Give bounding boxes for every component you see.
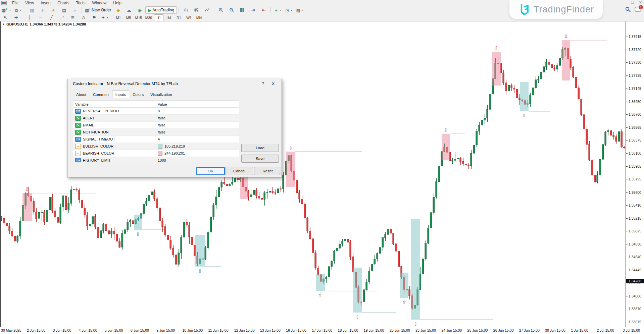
reset-button[interactable]: Reset	[254, 167, 281, 175]
horizontal-line-icon[interactable]: ─	[36, 14, 46, 21]
search-icon[interactable]	[625, 7, 631, 12]
minimize-button[interactable]: –	[624, 0, 626, 5]
input-row-notification[interactable]: ∿NOTIFICATIONfalse	[73, 129, 239, 136]
auto-scroll-icon[interactable]: ⇥	[248, 6, 258, 14]
input-value[interactable]: false	[158, 123, 165, 127]
terminal-icon[interactable]: ▤	[59, 6, 69, 14]
input-row-reversal_period[interactable]: 123REVERSAL_PERIOD8	[73, 108, 239, 115]
candle-body	[81, 200, 83, 208]
ohlc-values: 1.34366 1.34373 1.34284 1.34288	[30, 22, 86, 26]
load-button[interactable]: Load	[241, 144, 279, 152]
input-row-bullish_color[interactable]: ▬BULLISH_COLOR185,219,219	[73, 143, 239, 150]
market-watch-icon[interactable]: ▥	[27, 6, 37, 14]
tab-colors[interactable]: Colors	[129, 91, 147, 98]
time-tick-label: 18 Jun 15:00	[338, 328, 358, 332]
price-axis[interactable]: 1.379151.377201.375301.373351.371451.369…	[626, 21, 644, 327]
candle-body	[436, 182, 437, 197]
input-value[interactable]: 4	[158, 137, 160, 141]
symbol-ohlc-readout[interactable]: ▼ GBPUSD,H1 1.34366 1.34373 1.34284 1.34…	[2, 22, 86, 26]
zoom-in-icon[interactable]	[216, 6, 226, 14]
periods-icon[interactable]: ◷▼	[284, 6, 294, 14]
chat-icon[interactable]: 1	[635, 7, 641, 12]
candle-body	[428, 228, 429, 243]
tab-about[interactable]: About	[73, 91, 90, 98]
equidistant-channel-icon[interactable]: ⋰	[57, 14, 67, 21]
timeframe-d1[interactable]: D1	[174, 14, 184, 21]
candle-body	[258, 196, 260, 198]
line-chart-icon[interactable]	[202, 6, 212, 14]
label-icon[interactable]: ⚑	[89, 14, 99, 21]
timeframe-m30[interactable]: M30	[144, 14, 153, 21]
fibonacci-icon[interactable]: ≣	[68, 14, 78, 21]
new-order-button[interactable]: ▦+New Order	[84, 6, 112, 14]
timeframe-h1[interactable]: H1	[154, 14, 163, 21]
strategy-tester-icon[interactable]: ⌕	[70, 6, 80, 14]
zoom-out-icon[interactable]	[227, 6, 237, 14]
trendline-icon[interactable]: ╱	[46, 14, 56, 21]
menu-insert[interactable]: Insert	[37, 0, 54, 6]
input-value[interactable]: false	[158, 130, 165, 134]
bullish-zone	[520, 82, 529, 111]
tab-inputs[interactable]: Inputs	[112, 91, 129, 98]
timeframe-m1[interactable]: M1	[114, 14, 123, 21]
input-row-alert[interactable]: ∿ALERTfalse	[73, 115, 239, 122]
timeframe-w1[interactable]: W1	[184, 14, 194, 21]
cancel-button[interactable]: Cancel	[226, 167, 253, 175]
navigator-icon[interactable]: ★	[48, 6, 58, 14]
timeframe-m15[interactable]: M15	[134, 14, 143, 21]
input-value[interactable]: 8	[158, 109, 160, 113]
tab-common[interactable]: Common	[90, 91, 112, 98]
cursor-icon[interactable]: ↖	[0, 14, 10, 21]
input-row-history_limit[interactable]: 123HISTORY_LIMIT1000	[73, 157, 239, 162]
menu-tools[interactable]: Tools	[73, 0, 89, 6]
menu-view[interactable]: View	[22, 0, 37, 6]
input-value[interactable]: 1000	[158, 158, 166, 162]
text-icon[interactable]: A	[79, 14, 89, 21]
tile-windows-icon[interactable]	[237, 6, 247, 14]
templates-icon[interactable]: ▧▼	[295, 6, 305, 14]
dialog-close-icon[interactable]: ✕	[268, 81, 278, 86]
chart-shift-icon[interactable]: ⇤	[259, 6, 269, 14]
menu-help[interactable]: Help	[110, 0, 125, 6]
candle-body	[191, 237, 193, 245]
vertical-line-icon[interactable]: │	[25, 14, 35, 21]
tab-visualization[interactable]: Visualization	[147, 91, 175, 98]
dialog-resize-grip[interactable]: ⁘	[278, 174, 281, 176]
dialog-help-button[interactable]: ?	[258, 81, 268, 86]
data-window-icon[interactable]: ✛	[38, 6, 48, 14]
menu-file[interactable]: File	[9, 0, 22, 6]
candle-body	[422, 259, 424, 274]
candle-body	[344, 239, 346, 241]
inputs-table[interactable]: VariableValue123REVERSAL_PERIOD8∿ALERTfa…	[73, 101, 239, 162]
timeframe-m5[interactable]: M5	[124, 14, 133, 21]
ok-button[interactable]: OK	[196, 167, 225, 175]
input-value[interactable]: 185,219,219	[164, 144, 185, 148]
shapes-icon[interactable]: ✦▼	[100, 14, 110, 21]
menu-charts[interactable]: Charts	[54, 0, 72, 6]
profiles-icon[interactable]: ⧉▼	[13, 6, 23, 14]
time-axis[interactable]: 30 May 20252 Jun 15:003 Jun 15:004 Jun 1…	[0, 327, 644, 334]
input-row-signal_timeout[interactable]: 123SIGNAL_TIMEOUT4	[73, 136, 239, 143]
candlestick-chart-icon[interactable]	[191, 6, 201, 14]
market-icon[interactable]: ☁	[124, 6, 134, 14]
close-button[interactable]: ✕	[639, 0, 642, 5]
menu-window[interactable]: Window	[89, 0, 110, 6]
autotrading-button[interactable]: ▶AutoTrading	[145, 6, 177, 14]
input-value[interactable]: 244,190,201	[164, 151, 185, 155]
timeframe-h4[interactable]: H4	[164, 14, 174, 21]
dialog-titlebar[interactable]: Custom Indicator - N Bar Reversal Detect…	[67, 79, 282, 88]
input-value[interactable]: false	[158, 116, 165, 120]
timeframe-mn[interactable]: MN	[194, 14, 204, 21]
alerts-icon[interactable]: ◉	[135, 6, 145, 14]
time-tick-label: 19 Jun 15:00	[364, 328, 384, 332]
input-row-bearish_color[interactable]: ▬BEARISH_COLOR244,190,201	[73, 150, 239, 157]
save-button[interactable]: Save	[241, 155, 279, 163]
new-chart-icon[interactable]: ▦+▼	[0, 6, 12, 14]
input-row-email[interactable]: ∿EMAILfalse	[73, 122, 239, 129]
metaeditor-icon[interactable]: ◆	[113, 6, 123, 14]
crosshair-icon[interactable]: ✛	[11, 14, 21, 21]
bar-chart-icon[interactable]	[181, 6, 191, 14]
indicators-icon[interactable]: ＋▼	[273, 6, 283, 14]
restore-button[interactable]: ❐	[631, 0, 634, 5]
candle-body	[44, 212, 45, 222]
